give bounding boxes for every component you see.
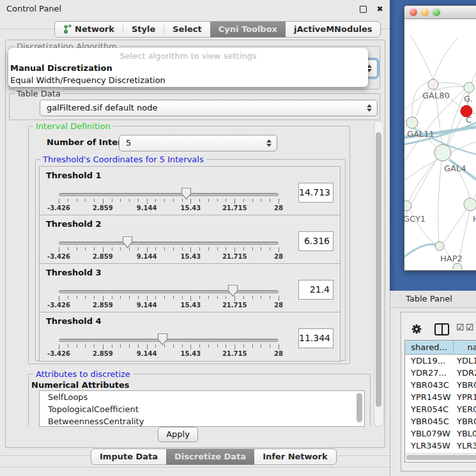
tick-mark <box>173 296 174 299</box>
cell-shared-name[interactable]: YDL19... <box>411 355 445 367</box>
tick-mark <box>190 344 191 349</box>
threshold-4-box: Threshold 4-3.4262.8599.14415.4321.71528… <box>39 312 341 362</box>
table-row[interactable]: YBL079WYBL0 <box>405 427 476 440</box>
numerical-attributes-list[interactable]: SelfLoopsTopologicalCoefficientBetweenne… <box>39 390 365 427</box>
table-hscrollbar-thumb[interactable] <box>406 455 476 460</box>
network-node-gal11[interactable] <box>406 117 418 128</box>
threshold-1-slider-thumb[interactable] <box>181 187 192 200</box>
threshold-1-slider-track[interactable] <box>59 193 279 196</box>
number-of-intervals-combobox[interactable]: 5 <box>119 135 277 151</box>
network-node-label: GAL11 <box>407 129 434 139</box>
table-data-combobox[interactable]: galFiltered.sif default node <box>40 100 378 116</box>
float-window-icon[interactable] <box>359 5 367 13</box>
attribute-list-item[interactable]: SelfLoops <box>40 391 364 403</box>
axis-tick-label: 9.144 <box>137 253 157 260</box>
node-attribute-table[interactable]: shared... na YDL19...YDL1YDR27...YDR2YBR… <box>404 340 476 463</box>
cell-shared-name[interactable]: YER054C <box>411 403 449 415</box>
tab-impute-data[interactable]: Impute Data <box>91 449 166 464</box>
tab-discretize-data[interactable]: Discretize Data <box>166 449 254 464</box>
threshold-3-slider-thumb[interactable] <box>227 284 238 297</box>
mac-close-button[interactable] <box>410 8 417 16</box>
table-row[interactable]: YLR345WYLR3 <box>405 440 476 452</box>
column-header-name[interactable]: na <box>454 341 476 355</box>
tick-mark <box>155 247 156 250</box>
cell-name[interactable]: YPR1 <box>457 391 476 403</box>
tick-mark <box>226 247 226 250</box>
tick-mark <box>190 296 191 301</box>
tick-mark <box>182 344 183 348</box>
tab-style[interactable]: Style <box>123 22 164 37</box>
cell-name[interactable]: YDL1 <box>457 355 476 367</box>
threshold-2-value-field[interactable]: 6.316 <box>298 231 334 251</box>
mac-minimize-button[interactable] <box>421 8 429 16</box>
threshold-4-slider-thumb[interactable] <box>157 333 168 346</box>
tab-infer-network[interactable]: Infer Network <box>254 449 335 464</box>
network-node-label: H <box>473 214 476 224</box>
network-node-gcy1[interactable] <box>404 201 411 211</box>
panel-scrollbar[interactable] <box>374 121 384 427</box>
tick-mark <box>217 247 218 250</box>
table-row[interactable]: YER054CYER0 <box>405 403 476 415</box>
split-table-icon[interactable] <box>434 323 449 335</box>
cell-name[interactable]: YBR0 <box>457 379 476 391</box>
table-row[interactable]: YPR145WYPR1 <box>405 391 476 403</box>
tab-cyni-toolbox[interactable]: Cyni Toolbox <box>210 22 286 37</box>
apply-button[interactable]: Apply <box>158 427 198 442</box>
tick-mark <box>103 296 104 301</box>
table-row[interactable]: YBR043CYBR0 <box>405 379 476 391</box>
cell-shared-name[interactable]: YDR27... <box>411 367 447 379</box>
tab-jactivemnodules[interactable]: jActiveMNodules <box>286 22 381 37</box>
show-column-checkbox-icon-2[interactable]: ☑ <box>466 323 474 332</box>
network-node-gal4[interactable] <box>434 144 451 161</box>
attribute-list-item[interactable]: TopologicalCoefficient <box>40 403 364 415</box>
column-header-shared-name[interactable]: shared... <box>405 341 454 355</box>
show-column-checkbox-icon[interactable]: ☑ <box>456 323 464 332</box>
table-row[interactable]: YDR27...YDR2 <box>405 367 476 379</box>
network-node-label: GAL80 <box>422 91 450 100</box>
cell-shared-name[interactable]: YBR045C <box>411 415 449 427</box>
attribute-list-item[interactable]: BetweennessCentrality <box>40 415 364 427</box>
threshold-1-value-field[interactable]: 14.713 <box>298 183 334 203</box>
cell-shared-name[interactable]: YBR043C <box>411 379 449 391</box>
threshold-2-slider-thumb[interactable] <box>122 236 133 249</box>
table-panel-header: Table Panel <box>390 291 476 308</box>
network-node[interactable] <box>453 263 462 270</box>
gear-icon[interactable] <box>411 323 422 337</box>
network-icon <box>63 24 72 34</box>
cell-name[interactable]: YBR0 <box>457 415 476 427</box>
cell-name[interactable]: YLR3 <box>457 440 476 452</box>
tick-mark <box>243 247 244 250</box>
network-node-hap2[interactable] <box>435 242 444 250</box>
cell-shared-name[interactable]: YPR145W <box>411 391 450 403</box>
table-row[interactable]: YBR045CYBR0 <box>405 415 476 427</box>
threshold-3-value-field[interactable]: 21.4 <box>298 280 334 300</box>
panel-scrollbar-thumb[interactable] <box>376 132 381 407</box>
popup-option-manual-discretization[interactable]: Manual Discretization <box>8 62 368 74</box>
threshold-4-slider-track[interactable] <box>59 339 279 342</box>
cell-shared-name[interactable]: YBL079W <box>411 427 450 440</box>
list-scrollbar-thumb[interactable] <box>357 393 362 422</box>
network-node-label: GCY1 <box>404 214 426 224</box>
threshold-2-slider-track[interactable] <box>59 242 279 245</box>
cell-name[interactable]: YBL0 <box>457 427 476 440</box>
table-horizontal-scrollbar[interactable] <box>405 453 476 461</box>
close-icon[interactable]: ✖ <box>376 5 384 13</box>
cell-name[interactable]: YER0 <box>457 403 476 415</box>
popup-option-equal-width-frequency[interactable]: Equal Width/Frequency Discretization <box>8 74 368 86</box>
network-node-h[interactable] <box>464 198 476 211</box>
threshold-4-value-field[interactable]: 11.344 <box>298 328 334 348</box>
tab-select[interactable]: Select <box>164 22 210 37</box>
tick-mark <box>261 344 261 348</box>
tick-mark <box>243 199 244 202</box>
mac-zoom-button[interactable] <box>433 8 440 16</box>
tick-mark <box>103 344 104 349</box>
network-node-gal80[interactable] <box>428 79 438 89</box>
tab-network[interactable]: Network <box>55 22 123 37</box>
network-node-g[interactable] <box>464 82 474 93</box>
network-canvas[interactable]: GAL80G.CGAL11GAL4GCY1HHAP2 <box>404 19 476 270</box>
table-row[interactable]: YDL19...YDL1 <box>405 355 476 367</box>
cell-shared-name[interactable]: YLR345W <box>411 440 450 452</box>
threshold-3-slider-track[interactable] <box>59 290 279 293</box>
cell-name[interactable]: YDR2 <box>457 367 476 379</box>
tick-mark <box>112 199 112 202</box>
